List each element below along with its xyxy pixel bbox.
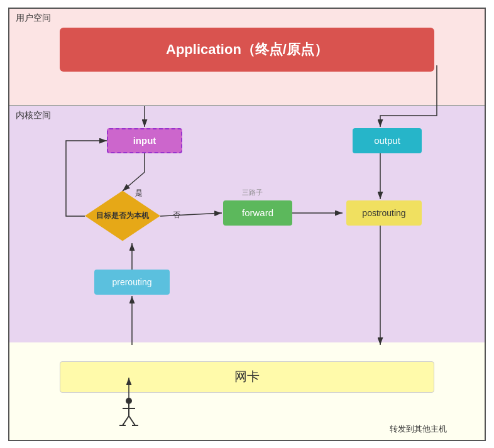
no-label: 否 [173,210,180,221]
user-space-region: 用户空间 Application（终点/原点） [9,9,485,106]
forward-box: forward [223,200,292,226]
output-box: output [353,128,422,153]
application-box: Application（终点/原点） [60,28,434,72]
svg-line-3 [123,416,129,425]
forward-to-label: 转发到其他主机 [390,423,447,435]
kernel-space-label: 内核空间 [16,110,51,121]
diamond-label: 目标是否为本机 [85,191,160,241]
forward-top-label: 三路子 [242,188,263,197]
svg-line-4 [129,416,135,425]
decision-diamond: 目标是否为本机 [85,191,160,241]
prerouting-box: prerouting [94,270,170,295]
input-box: input [107,128,182,153]
diagram: 用户空间 Application（终点/原点） 内核空间 input outpu… [8,8,486,441]
postrouting-box: postrouting [346,200,422,226]
user-space-label: 用户空间 [16,13,51,24]
person-icon [119,397,138,429]
svg-point-0 [126,398,132,404]
netcard-box: 网卡 [60,361,434,393]
